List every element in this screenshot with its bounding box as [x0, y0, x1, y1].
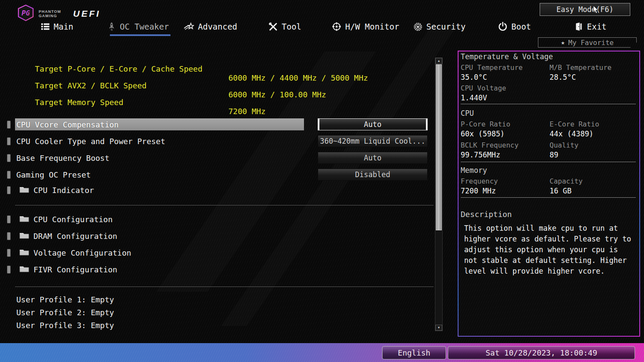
setting-value-button[interactable]: 360~420mm Liquid Cool...: [318, 135, 428, 147]
folder-icon: [19, 215, 29, 224]
ecore-ratio-label: E-Core Ratio: [550, 120, 599, 128]
shooting-star-icon: [184, 22, 194, 31]
memory-frequency-label: Frequency: [461, 177, 498, 185]
row-indicator: [7, 215, 11, 223]
cpu-voltage-label: CPU Voltage: [461, 84, 506, 92]
tab-main-label: Main: [54, 22, 73, 31]
folder-icon: [19, 232, 29, 241]
row-indicator: [7, 186, 11, 194]
user-profile-2[interactable]: User Profile 2: Empty: [16, 308, 114, 317]
folder-icon: [19, 265, 29, 274]
target-value: 6000 MHz / 100.00 MHz: [228, 90, 326, 99]
brand-name-line2: GAMING: [39, 14, 57, 18]
memory-capacity-label: Capacity: [550, 177, 583, 185]
setting-row[interactable]: CPU Cooler Type and Power Preset: [16, 135, 165, 147]
tab-tool-label: Tool: [282, 22, 301, 31]
tab-security[interactable]: Security: [413, 20, 466, 33]
row-indicator: [7, 265, 11, 274]
folder-label: CPU Indicator: [33, 186, 94, 195]
uefi-screen: PG PHANTOM GAMING UEFI Easy Mode(F6) Mai…: [0, 0, 644, 362]
target-value: 6000 MHz / 4400 MHz / 5000 MHz: [228, 73, 368, 82]
row-indicator: [7, 154, 11, 162]
info-panel-inner: Temperature & Voltage CPU Temperature M/…: [459, 51, 639, 336]
target-label: Target Memory Speed: [35, 98, 123, 107]
cpu-temp-value: 35.0°C: [461, 73, 487, 81]
folder-row-voltage-configuration[interactable]: Voltage Configuration: [19, 247, 131, 258]
mouse-cursor-icon: [593, 6, 599, 16]
tab-hw-monitor-label: H/W Monitor: [345, 22, 399, 31]
tab-oc-tweaker[interactable]: OC Tweaker: [107, 20, 169, 33]
scrollbar-thumb[interactable]: [436, 64, 442, 230]
row-indicator: [7, 249, 11, 257]
tab-boot[interactable]: Boot: [498, 20, 531, 33]
panel-divider: [461, 197, 636, 198]
setting-label: CPU Vcore Compensation: [16, 118, 118, 130]
folder-row-fivr-configuration[interactable]: FIVR Configuration: [19, 264, 117, 275]
tab-advanced[interactable]: Advanced: [184, 20, 237, 33]
setting-row-selected[interactable]: CPU Vcore Compensation: [15, 118, 304, 130]
setting-value-button[interactable]: Auto: [318, 152, 428, 164]
my-favorite-button[interactable]: ★ My Favorite: [538, 37, 637, 48]
datetime-button[interactable]: Sat 10/28/2023, 18:00:49: [448, 346, 635, 359]
memory-capacity-value: 16 GB: [550, 187, 571, 195]
quality-label: Quality: [550, 141, 578, 149]
rocket-icon: [107, 22, 116, 31]
easy-mode-button[interactable]: Easy Mode(F6): [540, 3, 630, 16]
ecore-ratio-value: 44x (4389): [550, 130, 593, 138]
tab-exit-label: Exit: [587, 22, 607, 31]
svg-text:PG: PG: [21, 9, 30, 17]
tab-security-label: Security: [426, 22, 466, 31]
star-icon: ★: [561, 39, 565, 46]
section-title-cpu: CPU: [461, 109, 474, 118]
row-indicator: [7, 171, 11, 179]
tab-main[interactable]: Main: [41, 20, 73, 33]
info-panel: Temperature & Voltage CPU Temperature M/…: [458, 51, 640, 337]
exit-door-icon: [574, 22, 583, 31]
tab-oc-tweaker-label: OC Tweaker: [120, 22, 169, 31]
uefi-logo: UEFI: [73, 9, 100, 19]
section-divider: [15, 287, 434, 287]
my-favorite-label: My Favorite: [568, 39, 614, 47]
list-icon: [41, 22, 50, 31]
folder-icon: [19, 186, 29, 195]
panel-divider: [461, 162, 636, 162]
row-indicator: [7, 232, 11, 240]
tab-tool[interactable]: Tool: [269, 20, 301, 33]
user-profile-3[interactable]: User Profile 3: Empty: [16, 321, 114, 330]
section-title-temp-voltage: Temperature & Voltage: [461, 52, 553, 61]
pcore-ratio-label: P-Core Ratio: [461, 120, 510, 128]
tab-hw-monitor[interactable]: H/W Monitor: [332, 20, 399, 33]
folder-label: DRAM Configuration: [33, 232, 117, 241]
scroll-down-arrow[interactable]: ▼: [435, 325, 442, 331]
folder-label: CPU Configuration: [33, 215, 112, 224]
folder-icon: [19, 248, 29, 257]
phantom-gaming-logo-icon: PG: [16, 4, 35, 23]
folder-row-cpu-configuration[interactable]: CPU Configuration: [19, 214, 112, 225]
scroll-up-arrow[interactable]: ▲: [435, 58, 442, 64]
row-indicator: [7, 137, 11, 145]
setting-value-button[interactable]: Auto: [318, 118, 428, 130]
mb-temp-label: M/B Temperature: [550, 63, 612, 72]
brand-name: PHANTOM GAMING: [39, 9, 61, 18]
section-title-memory: Memory: [461, 166, 487, 175]
folder-row-cpu-indicator[interactable]: CPU Indicator: [19, 184, 94, 196]
folder-row-dram-configuration[interactable]: DRAM Configuration: [19, 230, 117, 241]
badge-icon: [413, 22, 422, 31]
setting-value-button[interactable]: Disabled: [318, 169, 428, 181]
user-profile-1[interactable]: User Profile 1: Empty: [16, 295, 114, 304]
panel-divider: [461, 104, 636, 104]
language-button[interactable]: English: [382, 346, 446, 359]
cpu-temp-label: CPU Temperature: [461, 63, 523, 72]
brand-name-line1: PHANTOM: [39, 9, 61, 14]
tab-boot-label: Boot: [511, 22, 531, 31]
scrollbar[interactable]: ▲ ▼: [435, 57, 443, 331]
tools-icon: [269, 22, 278, 31]
section-divider: [15, 205, 434, 205]
setting-row[interactable]: Base Frequency Boost: [16, 152, 109, 164]
setting-row[interactable]: Gaming OC Preset: [16, 169, 91, 181]
quality-value: 89: [550, 151, 558, 159]
description-text: This option will make cpu to run at high…: [464, 223, 634, 277]
tab-exit[interactable]: Exit: [574, 20, 607, 33]
folder-label: FIVR Configuration: [33, 265, 117, 274]
bclk-frequency-value: 99.756MHz: [461, 151, 500, 159]
